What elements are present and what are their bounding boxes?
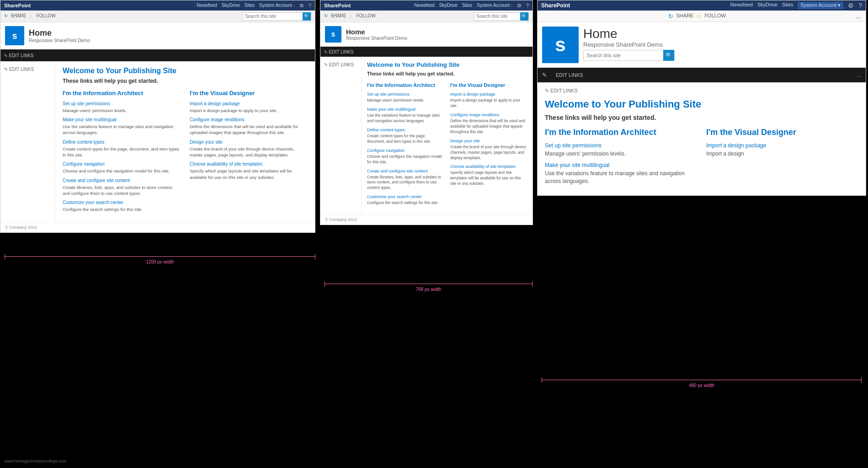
panel1-site-subtitle: Responsive SharePoint Demo <box>29 38 310 43</box>
panel1-link-site-content[interactable]: Create and configure site content <box>63 178 181 183</box>
panel2-desc-site-content: Create libraries, lists, apps, and subsi… <box>367 175 444 191</box>
panel3-help-icon[interactable]: ? <box>858 2 862 9</box>
panel1-link-permissions[interactable]: Set up site permissions <box>63 101 181 106</box>
panel1-edit-links[interactable]: EDIT LINKS <box>4 53 34 58</box>
panel-1: SharePoint Newsfeed SkyDrive Sites Syste… <box>0 0 320 468</box>
panel2-gear-icon[interactable]: ⚙ <box>517 3 522 9</box>
panel2-link-img-renditions[interactable]: Configure image renditions <box>450 113 527 117</box>
panel3-sites-link[interactable]: Sites <box>782 2 793 9</box>
panel2-follow-label[interactable]: FOLLOW <box>356 13 375 19</box>
panel3-skydrive-link[interactable]: SkyDrive <box>757 2 777 9</box>
panel3-gear-icon[interactable]: ⚙ <box>848 2 854 9</box>
panel3-col1-heading: I'm the Information Architect <box>545 128 697 138</box>
panel1-link-multilingual[interactable]: Make your site multilingual <box>63 117 181 122</box>
panel2-window: SharePoint Newsfeed SkyDrive Sites Syste… <box>320 0 533 225</box>
panel3-content-edit-links[interactable]: ✎ EDIT LINKS <box>545 88 858 94</box>
panel3-site-sub: Responsive SharePoint Demo <box>583 41 861 48</box>
panel3-link-permissions[interactable]: Set up site permissions <box>545 142 697 149</box>
panel2-search-input[interactable] <box>474 13 520 20</box>
panel2-newsfeed-link[interactable]: Newsfeed <box>414 3 434 9</box>
panel1-link-content-types[interactable]: Define content types <box>63 140 181 145</box>
panel1-col1-heading: I'm the Information Architect <box>63 90 181 97</box>
panel2-link-search[interactable]: Customize your search center <box>367 194 444 199</box>
panel1-sites-link[interactable]: Sites <box>245 3 255 9</box>
panel3-col2: I'm the Visual Designer Import a design … <box>706 128 858 190</box>
panel2-link-permissions[interactable]: Set up site permissions <box>367 92 444 97</box>
panel1-search-button[interactable]: 🔍 <box>303 12 311 21</box>
panel2-edit-links[interactable]: EDIT LINKS <box>324 49 354 54</box>
panel1-desc-content-types: Create content types for the page, docum… <box>63 146 181 158</box>
panel2-share-label[interactable]: SHARE <box>330 13 346 19</box>
panel3-share-icon[interactable]: ↻ <box>668 13 673 20</box>
panel3-brand: SharePoint <box>541 2 570 9</box>
panel3-search-input[interactable] <box>584 53 663 58</box>
panel2-link-design-site[interactable]: Design your site <box>450 139 527 143</box>
panel3-nav-dots[interactable]: ... <box>857 72 861 78</box>
panel2-col1-heading: I'm the Information Architect <box>367 82 444 88</box>
panel3-dots[interactable]: ... <box>856 12 861 20</box>
panel3-link-design-pkg[interactable]: Import a design package <box>706 142 858 149</box>
panel3-star-icon[interactable]: ☆ <box>696 13 702 20</box>
panel1-skydrive-link[interactable]: SkyDrive <box>222 3 240 9</box>
panel1-link-navigation[interactable]: Configure navigation <box>63 161 181 167</box>
panel1-link-img-renditions[interactable]: Configure image renditions <box>190 117 308 122</box>
panel1-account[interactable]: System Account - <box>259 3 295 9</box>
panel1-star-icon[interactable]: ☆ <box>29 13 33 19</box>
panel2-account[interactable]: System Account - <box>477 3 512 9</box>
panel2-col1: I'm the Information Architect Set up sit… <box>367 82 444 210</box>
panel1-width-line <box>5 256 315 257</box>
panel3-toolbar: ↻ SHARE ☆ FOLLOW ... <box>538 11 866 22</box>
panel2-search-button[interactable]: 🔍 <box>520 12 528 21</box>
panel1-help-icon[interactable]: ? <box>309 3 311 9</box>
panel1-search-input[interactable] <box>243 13 303 20</box>
panel3-site-title: Home <box>583 27 861 41</box>
panel2-width-tick-left <box>325 281 325 287</box>
panel3-desc-design-pkg: Import a design <box>706 150 858 158</box>
panel3-newsfeed-link[interactable]: Newsfeed <box>730 2 753 9</box>
panel2-skydrive-link[interactable]: SkyDrive <box>439 3 458 9</box>
panel2-content: EDIT LINKS Welcome to Your Publishing Si… <box>320 57 533 214</box>
panel1-share-label[interactable]: SHARE <box>11 13 26 19</box>
panel2-navbar: EDIT LINKS <box>320 47 533 57</box>
panel3-share-label[interactable]: SHARE <box>676 13 693 20</box>
panel3-link-multilingual[interactable]: Make your site multilingual <box>545 162 697 168</box>
panel2-star-icon[interactable]: ☆ <box>349 13 353 19</box>
panel3-follow-label[interactable]: FOLLOW <box>704 13 725 20</box>
panel3-width-tick-right <box>861 377 862 383</box>
panel2-link-content-types[interactable]: Define content types: <box>367 128 444 132</box>
panel2-help-icon[interactable]: ? <box>526 3 529 9</box>
panel1-share-icon[interactable]: ↻ <box>4 13 8 19</box>
panel2-link-design-pkg[interactable]: Import a design package <box>450 92 527 97</box>
panel2-share-icon[interactable]: ↻ <box>324 13 328 19</box>
panel2-link-multilingual[interactable]: Make your site multilingual <box>367 107 444 112</box>
panel2-link-site-content[interactable]: Create and configure site content <box>367 169 444 173</box>
panel2-desc-search: Configure the search settings for this s… <box>367 200 444 206</box>
panel1-gear-icon[interactable]: ⚙ <box>299 3 304 9</box>
panel1-desc-site-templates: Specify which page layouts and site temp… <box>190 168 308 180</box>
panel1-main: Welcome to Your Publishing Site These li… <box>55 61 315 222</box>
panel1-sidebar-edit-links[interactable]: EDIT LINKS <box>4 67 34 72</box>
panel3-nav-edit-links[interactable]: EDIT LINKS <box>556 72 583 78</box>
panel1-logo-s: s <box>12 31 17 41</box>
panel1-link-search[interactable]: Customize your search center <box>63 200 181 205</box>
panel1-link-design-site[interactable]: Design your site <box>190 140 308 145</box>
panel3-account[interactable]: System Account ▾ <box>798 2 843 9</box>
panel1-toolbar-actions: ↻ SHARE ☆ FOLLOW <box>4 13 56 19</box>
panel2-link-navigation[interactable]: Configure navigation <box>367 148 444 153</box>
panel2-link-site-templates[interactable]: Choose availability of site templates <box>450 164 527 169</box>
panel2-desc-multilingual: Use the variations feature to manage sit… <box>367 113 444 124</box>
panel1-desc-permissions: Manage users' permission levels. <box>63 108 181 113</box>
panel3-col1: I'm the Information Architect Set up sit… <box>545 128 697 190</box>
panel2-sites-link[interactable]: Sites <box>462 3 472 9</box>
panel1-newsfeed-link[interactable]: Newsfeed <box>197 3 217 9</box>
panel3-search-button[interactable]: 🔍 <box>663 50 674 61</box>
panel2-sidebar-edit-links[interactable]: EDIT LINKS <box>324 62 354 67</box>
panel1-follow-label[interactable]: FOLLOW <box>36 13 55 19</box>
panel3-logo: s <box>542 27 579 63</box>
panel2-brand: SharePoint <box>324 3 351 8</box>
panel1-col1: I'm the Information Architect Set up sit… <box>63 90 181 216</box>
panel3-window: SharePoint Newsfeed SkyDrive Sites Syste… <box>537 0 866 196</box>
panel1-link-design-pkg[interactable]: Import a design package <box>190 101 308 106</box>
panel1-link-site-templates[interactable]: Choose availability of site templates <box>190 161 308 167</box>
panel1-col2: I'm the Visual Designer Import a design … <box>190 90 308 216</box>
